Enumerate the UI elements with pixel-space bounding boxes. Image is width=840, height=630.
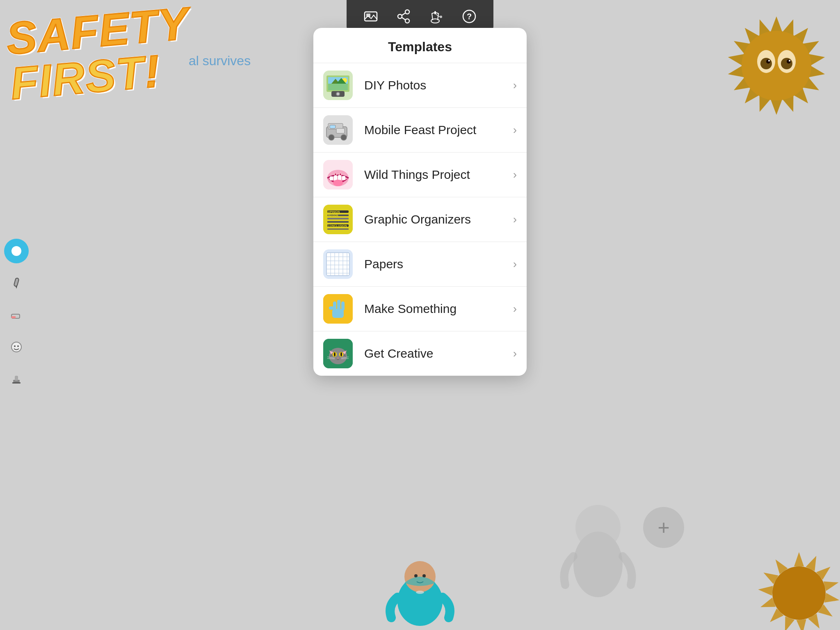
svg-rect-88	[338, 175, 341, 180]
svg-point-148	[575, 505, 621, 550]
svg-rect-106	[326, 253, 349, 276]
svg-rect-121	[341, 301, 345, 310]
svg-point-94	[340, 173, 341, 175]
svg-marker-9	[770, 98, 783, 115]
svg-rect-56	[14, 278, 19, 286]
template-item-diy-photos[interactable]: DIY Photos ›	[313, 63, 527, 108]
gray-figure	[553, 495, 643, 609]
svg-text:?: ?	[467, 12, 472, 21]
eraser-icon	[10, 308, 23, 322]
svg-rect-119	[333, 301, 336, 310]
safety-first-sign: SAFETY FIRST!	[5, 0, 194, 106]
wild-things-icon	[323, 160, 353, 189]
svg-point-90	[333, 180, 343, 186]
papers-label: Papers	[364, 257, 513, 271]
graphic-organizers-icon: OPINION REASON CONCLUSION	[323, 205, 353, 234]
svg-point-60	[11, 342, 21, 352]
share-icon	[396, 9, 411, 24]
sticker-tool[interactable]	[4, 335, 29, 359]
select-tool[interactable]	[4, 239, 29, 263]
template-item-papers[interactable]: Papers ›	[313, 242, 527, 287]
svg-rect-104	[327, 228, 349, 230]
get-creative-icon	[323, 339, 353, 368]
svg-rect-50	[434, 11, 436, 14]
help-icon: ?	[461, 9, 477, 24]
svg-rect-80	[330, 125, 336, 128]
svg-rect-83	[336, 128, 345, 133]
pencil-icon	[10, 276, 23, 290]
svg-point-21	[760, 58, 772, 69]
svg-point-146	[416, 591, 424, 594]
template-item-wild-things[interactable]: Wild Things Project ›	[313, 153, 527, 197]
stamp-tool[interactable]	[4, 367, 29, 391]
svg-text:CONCLUSION: CONCLUSION	[328, 224, 347, 227]
get-creative-chevron: ›	[513, 347, 517, 360]
paint-button[interactable]	[422, 4, 451, 29]
svg-rect-120	[337, 300, 340, 310]
mobile-feast-chevron: ›	[513, 123, 517, 137]
svg-point-26	[789, 60, 790, 62]
make-something-chevron: ›	[513, 302, 517, 315]
papers-chevron: ›	[513, 258, 517, 271]
template-item-mobile-feast[interactable]: Mobile Feast Project ›	[313, 108, 527, 153]
pencil-tool[interactable]	[4, 271, 29, 295]
svg-point-76	[337, 93, 339, 95]
svg-point-55	[11, 246, 21, 256]
svg-text:REASON: REASON	[328, 214, 338, 217]
svg-text:OPINION: OPINION	[328, 210, 340, 213]
plus-button[interactable]: +	[643, 507, 684, 548]
svg-rect-89	[342, 176, 345, 180]
template-item-graphic-organizers[interactable]: OPINION REASON CONCLUSION Graphic Organi…	[313, 197, 527, 242]
svg-point-44	[405, 10, 409, 14]
svg-rect-122	[329, 306, 334, 310]
get-creative-label: Get Creative	[364, 347, 513, 361]
creature-top-right	[705, 0, 840, 144]
svg-point-124	[329, 348, 347, 364]
svg-marker-34	[797, 619, 808, 630]
mobile-feast-icon	[323, 115, 353, 145]
help-button[interactable]: ?	[455, 4, 484, 29]
template-item-get-creative[interactable]: Get Creative ›	[313, 331, 527, 376]
svg-point-46	[398, 14, 402, 18]
teal-figure	[383, 548, 457, 630]
svg-marker-57	[16, 286, 17, 289]
svg-point-22	[781, 58, 792, 69]
share-button[interactable]	[389, 4, 418, 29]
svg-point-23	[766, 59, 770, 64]
svg-marker-38	[758, 584, 773, 596]
svg-rect-59	[11, 316, 16, 318]
svg-point-81	[329, 135, 334, 140]
diy-photos-label: DIY Photos	[364, 78, 513, 92]
svg-point-41	[772, 566, 826, 620]
make-something-label: Make Something	[364, 302, 513, 316]
make-something-icon	[323, 294, 353, 324]
svg-marker-0	[770, 16, 783, 33]
gallery-button[interactable]	[356, 4, 385, 29]
stamp-icon	[10, 372, 23, 386]
svg-marker-27	[794, 552, 804, 566]
wild-things-chevron: ›	[513, 168, 517, 181]
svg-point-18	[742, 31, 811, 100]
svg-rect-100	[327, 218, 349, 219]
svg-rect-101	[327, 221, 349, 223]
svg-marker-31	[824, 593, 840, 605]
svg-rect-87	[334, 176, 337, 180]
template-item-make-something[interactable]: Make Something ›	[313, 287, 527, 331]
svg-marker-37	[759, 598, 776, 612]
svg-marker-30	[824, 578, 840, 591]
svg-point-25	[768, 60, 770, 62]
svg-point-51	[440, 16, 442, 18]
svg-point-93	[335, 173, 336, 175]
sidebar	[0, 231, 33, 399]
eraser-tool[interactable]	[4, 303, 29, 327]
bg-text: al survives	[189, 53, 251, 68]
svg-rect-86	[330, 176, 333, 180]
svg-point-136	[340, 352, 342, 356]
svg-line-48	[402, 18, 406, 20]
mobile-feast-label: Mobile Feast Project	[364, 123, 513, 137]
svg-rect-65	[12, 382, 21, 383]
graphic-organizers-chevron: ›	[513, 213, 517, 226]
svg-point-135	[334, 352, 336, 356]
gallery-icon	[363, 9, 379, 24]
svg-point-82	[341, 135, 347, 140]
